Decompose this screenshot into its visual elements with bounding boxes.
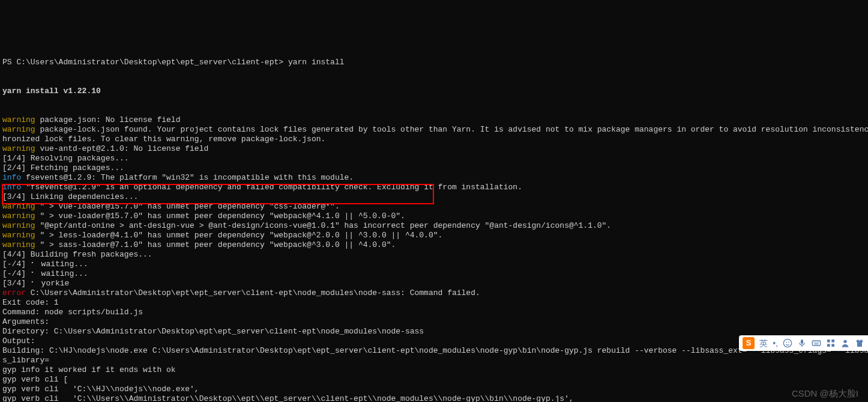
svg-point-2: [788, 342, 789, 343]
log-line: warning vue-antd-ept@2.1.0: No license f…: [2, 144, 866, 154]
mic-icon[interactable]: [797, 338, 807, 348]
log-line: [-/4] ⠂ waiting...: [2, 260, 866, 269]
log-line: warning package.json: No license field: [2, 115, 866, 125]
log-line: gyp verb cli [: [2, 375, 866, 385]
log-line: info fsevents@1.2.9: The platform "win32…: [2, 173, 866, 183]
svg-rect-10: [827, 340, 830, 343]
log-line: [4/4] Building fresh packages...: [2, 250, 866, 260]
log-line: error C:\Users\Administrator\Desktop\ept…: [2, 288, 866, 298]
log-line: gyp verb cli 'C:\\Users\\Administrator\\…: [2, 394, 866, 402]
svg-point-0: [783, 339, 791, 347]
log-line: warning " > vue-loader@15.7.0" has unmet…: [2, 202, 866, 212]
log-line: hronized lock files. To clear this warni…: [2, 135, 866, 144]
log-line: info "fsevents@1.2.9" is an optional dep…: [2, 183, 866, 192]
path-line: PS C:\Users\Administrator\Desktop\ept\ep…: [2, 58, 866, 67]
log-line: Command: node scripts/build.js: [2, 308, 866, 317]
log-line: [-/4] ⠂ waiting...: [2, 269, 866, 279]
grid-icon[interactable]: [826, 338, 836, 348]
person-icon[interactable]: [840, 338, 850, 348]
svg-rect-3: [801, 340, 803, 344]
yarn-version: yarn install v1.22.10: [2, 87, 866, 96]
shirt-icon[interactable]: [855, 338, 864, 348]
log-line: gyp verb cli 'C:\\HJ\\nodejs\\node.exe',: [2, 385, 866, 394]
svg-point-1: [786, 342, 787, 343]
svg-point-14: [843, 340, 846, 343]
ime-toolbar[interactable]: S 英 •,: [739, 335, 868, 351]
sogou-logo-icon[interactable]: S: [743, 337, 755, 349]
svg-rect-7: [817, 342, 818, 343]
log-line: Exit code: 1: [2, 298, 866, 308]
log-line: gyp info it worked if it ends with ok: [2, 365, 866, 375]
svg-rect-4: [812, 341, 820, 346]
svg-rect-9: [815, 344, 819, 344]
svg-rect-6: [815, 342, 816, 343]
ime-language[interactable]: 英: [759, 338, 768, 348]
svg-rect-13: [831, 344, 834, 347]
svg-rect-5: [813, 342, 814, 343]
log-line: warning " > sass-loader@7.1.0" has unmet…: [2, 240, 866, 250]
log-line: [2/4] Fetching packages...: [2, 163, 866, 173]
terminal-output[interactable]: PS C:\Users\Administrator\Desktop\ept\ep…: [0, 38, 868, 402]
smile-icon[interactable]: [783, 338, 792, 348]
log-line: Output:: [2, 337, 866, 346]
svg-rect-12: [827, 344, 830, 347]
svg-rect-11: [831, 340, 834, 343]
log-line: Building: C:\HJ\nodejs\node.exe C:\Users…: [2, 346, 866, 356]
log-line: warning " > vue-loader@15.7.0" has unmet…: [2, 212, 866, 221]
log-line: Directory: C:\Users\Administrator\Deskto…: [2, 327, 866, 337]
log-lines: warning package.json: No license fieldwa…: [2, 115, 866, 402]
ime-separator: •,: [773, 338, 778, 348]
svg-rect-8: [818, 342, 819, 343]
log-line: warning package-lock.json found. Your pr…: [2, 125, 866, 135]
keyboard-icon[interactable]: [812, 338, 821, 348]
log-line: warning "@ept/antd-onine > ant-design-vu…: [2, 221, 866, 231]
log-line: s_library=: [2, 356, 866, 365]
log-line: [1/4] Resolving packages...: [2, 154, 866, 163]
log-line: Arguments:: [2, 317, 866, 327]
log-line: [3/4] ⠂ yorkie: [2, 279, 866, 288]
log-line: warning " > less-loader@4.1.0" has unmet…: [2, 231, 866, 240]
log-line: [3/4] Linking dependencies...: [2, 192, 866, 202]
